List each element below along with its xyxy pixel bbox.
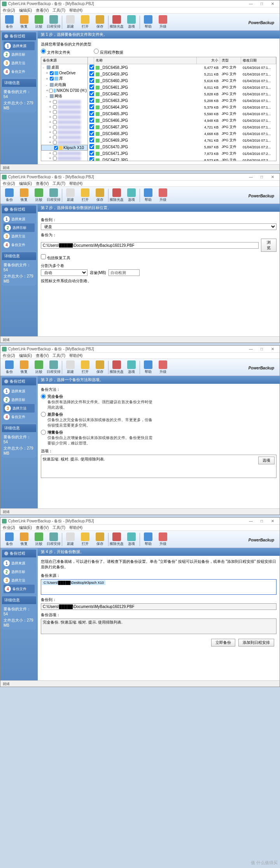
sidebar-step-1[interactable]: 1选择来源 [4, 387, 35, 395]
tree-checkbox[interactable] [50, 77, 54, 81]
tree-node[interactable]: + [41, 135, 88, 140]
tb-save-button[interactable]: 保存 [93, 188, 107, 202]
expand-icon[interactable]: + [49, 140, 52, 144]
tb-new-button[interactable]: 新建 [63, 15, 78, 29]
menu-item[interactable]: 帮助(H) [69, 353, 82, 358]
tree-checkbox[interactable] [53, 100, 57, 104]
expand-icon[interactable]: + [49, 120, 52, 124]
tb-compare-button[interactable]: 比较 [32, 360, 46, 374]
tb-options-button[interactable]: 选项 [124, 15, 139, 29]
tree-node[interactable]: + [41, 151, 88, 156]
tb-backup-button[interactable]: 备份 [2, 360, 17, 374]
tb-help-button[interactable]: 帮助 [141, 360, 156, 374]
tree-checkbox[interactable] [53, 105, 57, 109]
expand-icon[interactable]: + [46, 77, 49, 81]
tree-node[interactable]: +OneDrive [41, 70, 88, 76]
tb-schedule-button[interactable]: 日程安排 [46, 188, 61, 202]
menu-item[interactable]: 作业(J) [3, 525, 15, 531]
tree-node[interactable]: + [41, 99, 88, 104]
info-header[interactable]: 详细信息 [2, 424, 36, 432]
file-row[interactable]: _DSC6471.JPG7,873 KBJPG 文件01/04/2016 07:… [88, 150, 276, 157]
tree-checkbox[interactable] [53, 125, 57, 129]
file-row[interactable]: _DSC6465.JPG5,590 KBJPG 文件01/04/2016 07:… [88, 111, 276, 117]
expand-icon[interactable]: + [49, 115, 52, 119]
tb-options-button[interactable]: 选项 [124, 188, 139, 202]
tree-node[interactable]: -此电脑 [41, 82, 88, 88]
menu-item[interactable]: 编辑(E) [19, 353, 32, 358]
tb-schedule-button[interactable]: 日程安排 [46, 15, 61, 29]
file-checkbox[interactable] [89, 151, 94, 156]
tb-new-button[interactable]: 新建 [63, 188, 78, 202]
tb-compare-button[interactable]: 比较 [32, 532, 46, 546]
tree-node[interactable]: + [41, 125, 88, 130]
expand-icon[interactable]: + [49, 110, 52, 114]
menu-item[interactable]: 帮助(H) [69, 8, 82, 13]
tree-node[interactable]: + [41, 109, 88, 114]
sidebar-step-3[interactable]: 3选择方法 [4, 404, 35, 413]
tb-upgrade-button[interactable]: 升级 [156, 360, 170, 374]
file-checkbox[interactable] [89, 144, 94, 149]
expand-icon[interactable]: - [46, 83, 49, 87]
tree-checkbox[interactable] [53, 141, 57, 144]
expand-icon[interactable]: + [49, 100, 52, 104]
expand-icon[interactable]: - [43, 65, 46, 70]
split-select[interactable]: 自动 [41, 269, 88, 276]
maximize-button[interactable]: □ [256, 347, 267, 351]
sidebar-step-4[interactable]: 4备份文件 [4, 413, 35, 421]
file-checkbox[interactable] [89, 91, 94, 96]
file-checkbox[interactable] [89, 137, 94, 142]
file-checkbox[interactable] [89, 124, 94, 129]
menu-item[interactable]: 查看(V) [36, 181, 49, 186]
folder-tree[interactable]: 备份来源-桌面+OneDrive+库-此电脑+NIKON D700 (H:)-网… [41, 57, 88, 161]
tree-checkbox[interactable] [53, 130, 57, 134]
sidebar-step-2[interactable]: 2选择目标 [4, 223, 35, 232]
saveas-input[interactable] [41, 242, 259, 249]
tb-options-button[interactable]: 选项 [124, 360, 139, 374]
source-item[interactable]: C:\Users\█████\Desktop\Klipsch X10 [42, 580, 105, 585]
close-button[interactable]: ✕ [267, 175, 278, 179]
expand-icon[interactable]: - [46, 94, 49, 98]
file-checkbox[interactable] [89, 131, 94, 136]
file-checkbox[interactable] [89, 118, 94, 123]
file-row[interactable]: _DSC6462.JPG5,828 KBJPG 文件01/04/2016 07:… [88, 91, 276, 97]
sidebar-step-1[interactable]: 1选择来源 [4, 559, 35, 568]
tb-new-button[interactable]: 新建 [63, 360, 78, 374]
menu-item[interactable]: 作业(J) [3, 8, 15, 13]
expand-icon[interactable]: + [49, 135, 52, 139]
file-checkbox[interactable] [89, 98, 94, 103]
file-row[interactable]: _DSC6472.JPG8,573 KBJPG 文件01/04/2016 07:… [88, 157, 276, 161]
tb-backup-button[interactable]: 备份 [2, 532, 17, 546]
add-schedule-button[interactable]: 添加到日程安排 [238, 639, 274, 647]
tb-help-button[interactable]: 帮助 [141, 532, 156, 546]
tb-open-button[interactable]: 打开 [78, 188, 93, 202]
sidebar-step-3[interactable]: 3选择方法 [4, 59, 35, 67]
file-checkbox[interactable] [89, 111, 94, 116]
file-row[interactable]: _DSC6466.JPG4,948 KBJPG 文件01/04/2016 07:… [88, 117, 276, 124]
col-name[interactable]: 名称 [94, 57, 197, 64]
info-header[interactable]: 详细信息 [2, 79, 36, 87]
menu-item[interactable]: 工具(T) [52, 8, 65, 13]
tree-checkbox[interactable] [50, 71, 54, 75]
tb-options-button[interactable]: 选项 [124, 532, 139, 546]
expand-icon[interactable]: + [49, 151, 52, 155]
menu-item[interactable]: 工具(T) [52, 525, 65, 531]
include-tool-checkbox[interactable]: 包括恢复工具 [41, 254, 276, 261]
dest-select[interactable]: 硬盘 [41, 223, 276, 230]
backup-now-button[interactable]: 立即备份 [211, 639, 235, 647]
minimize-button[interactable]: — [245, 519, 256, 523]
options-button[interactable]: 选项 [258, 457, 275, 464]
file-checkbox[interactable] [89, 78, 94, 83]
menu-item[interactable]: 帮助(H) [69, 525, 82, 531]
file-checkbox[interactable] [89, 157, 94, 161]
file-checkbox[interactable] [89, 104, 94, 109]
tb-erase-button[interactable]: 擦除光盘 [109, 15, 124, 29]
file-checkbox[interactable] [89, 71, 94, 76]
maximize-button[interactable]: □ [256, 175, 267, 179]
info-header[interactable]: 详细信息 [2, 252, 36, 260]
process-header[interactable]: 备份过程 [2, 206, 36, 213]
menu-item[interactable]: 工具(T) [52, 181, 65, 186]
menu-item[interactable]: 查看(V) [36, 353, 49, 358]
file-row[interactable]: _DSC6470.JPG5,897 KBJPG 文件01/04/2016 07:… [88, 144, 276, 150]
minimize-button[interactable]: — [245, 175, 256, 179]
file-checkbox[interactable] [89, 84, 94, 90]
